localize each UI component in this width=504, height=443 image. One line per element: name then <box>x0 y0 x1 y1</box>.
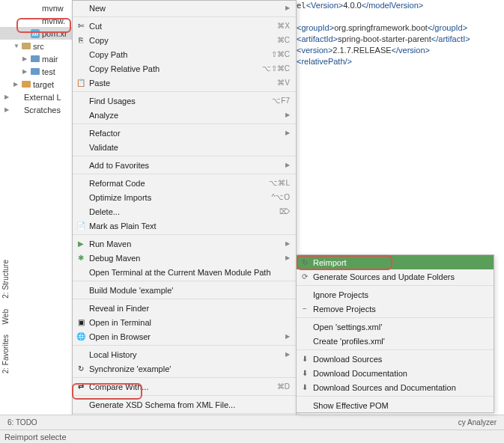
menu-item[interactable]: ✄Cut⌘X <box>73 19 296 33</box>
⎘-icon: ⎘ <box>76 35 86 46</box>
menu-item[interactable]: Refactor▶ <box>73 126 296 140</box>
submenu-item-label: Download Sources <box>313 355 382 364</box>
menu-item[interactable]: Local History▶ <box>73 347 296 361</box>
📋-icon: 📋 <box>76 78 86 88</box>
menu-item-label: Local History <box>89 350 137 359</box>
menu-item[interactable]: Delete...⌦ <box>73 204 296 219</box>
submenu-item[interactable]: −Remove Projects <box>297 302 494 316</box>
↻-icon: ↻ <box>76 364 86 374</box>
tree-item[interactable]: ▶External L <box>0 91 75 103</box>
menu-item-label: Copy Relative Path <box>89 64 160 73</box>
menu-item-label: Open in Terminal <box>89 318 151 327</box>
menu-item[interactable]: Copy Path⇧⌘C <box>73 47 296 61</box>
submenu-item[interactable]: ⬇Download Sources <box>297 352 494 366</box>
menu-item[interactable]: ⇄Compare With...⌘D <box>73 379 296 394</box>
action-icon: ⬇ <box>300 382 310 393</box>
tree-item[interactable]: ▶target <box>0 78 75 91</box>
tree-item[interactable]: mpom.xr <box>0 27 75 40</box>
bottom-tool-tabs: 6: TODO cy Analyzer <box>0 415 504 430</box>
menu-item[interactable]: ▣Open in Terminal <box>73 315 296 329</box>
menu-item[interactable]: ↻Synchronize 'example' <box>73 361 296 376</box>
menu-item[interactable]: Analyze▶ <box>73 108 296 122</box>
menu-item[interactable]: New▶ <box>73 1 296 15</box>
menu-item[interactable]: 🌐Open in Browser▶ <box>73 329 296 343</box>
menu-item[interactable]: Copy Relative Path⌥⇧⌘C <box>73 61 296 76</box>
submenu-item[interactable]: Open 'settings.xml' <box>297 320 494 334</box>
tree-item-label: pom.xr <box>42 29 67 38</box>
menu-item[interactable]: Open Terminal at the Current Maven Modul… <box>73 265 296 279</box>
menu-item-label: Find Usages <box>89 97 136 106</box>
menu-item-label: Add to Favorites <box>89 161 149 170</box>
menu-item[interactable]: 📄Mark as Plain Text <box>73 219 296 233</box>
menu-item-label: Delete... <box>89 207 120 216</box>
▣-icon: ▣ <box>76 317 86 328</box>
menu-item-label: Cut <box>89 22 102 31</box>
menu-item[interactable]: Reformat Code⌥⌘L <box>73 176 296 190</box>
shortcut-label: ⌦ <box>279 207 290 216</box>
tree-item-label: Scratches <box>24 106 61 114</box>
menu-item-label: Open Terminal at the Current Maven Modul… <box>89 268 271 277</box>
submenu-item[interactable]: ↻Reimport <box>297 255 494 269</box>
menu-item[interactable]: 📋Paste⌘V <box>73 76 296 90</box>
submenu-arrow-icon: ▶ <box>285 240 290 247</box>
side-tool-button[interactable]: Web <box>0 304 11 329</box>
menu-item-label: Compare With... <box>89 382 148 391</box>
menu-item[interactable]: Build Module 'example' <box>73 283 296 297</box>
submenu-item[interactable]: ⬇Download Sources and Documentation <box>297 380 494 394</box>
menu-item-label: Paste <box>89 79 110 88</box>
menu-item[interactable]: Add to Favorites▶ <box>73 158 296 172</box>
menu-item-label: Generate XSD Schema from XML File... <box>89 400 235 409</box>
tree-item[interactable]: ▼src <box>0 40 75 52</box>
side-tool-button[interactable]: 2: Structure <box>0 254 11 304</box>
submenu-arrow-icon: ▶ <box>285 254 290 261</box>
tab-todo[interactable]: 6: TODO <box>0 417 45 428</box>
side-tool-button[interactable]: 2: Favorites <box>0 329 11 379</box>
tree-item-label: mvnw. <box>42 16 65 25</box>
shortcut-label: ⌘X <box>277 22 290 30</box>
shortcut-label: ⌥⇧⌘C <box>262 64 290 73</box>
menu-item[interactable]: Reveal in Finder <box>73 301 296 315</box>
menu-item[interactable]: Generate XSD Schema from XML File... <box>73 397 296 412</box>
tree-item[interactable]: mvnw <box>0 1 75 14</box>
submenu-item-label: Create 'profiles.xml' <box>313 337 385 346</box>
tree-item-label: target <box>33 80 54 89</box>
menu-item[interactable]: Optimize Imports^⌥O <box>73 190 296 204</box>
submenu-item[interactable]: Ignore Projects <box>297 287 494 302</box>
run-icon: ▶ <box>76 239 86 249</box>
tree-item[interactable]: mvnw. <box>0 14 75 27</box>
status-bar: Reimport selecte <box>0 430 504 443</box>
submenu-item-label: Show Effective POM <box>313 401 389 410</box>
tree-item-label: src <box>33 42 44 51</box>
tree-item[interactable]: ▶Scratches <box>0 103 75 116</box>
submenu-arrow-icon: ▶ <box>285 4 290 11</box>
menu-item-label: Reveal in Finder <box>89 304 149 313</box>
submenu-item-label: Open 'settings.xml' <box>313 323 382 332</box>
submenu-arrow-icon: ▶ <box>285 333 290 340</box>
menu-item[interactable]: ▶Run Maven▶ <box>73 236 296 251</box>
maven-file-icon: m <box>30 28 40 39</box>
submenu-item[interactable]: Create 'profiles.xml' <box>297 334 494 348</box>
action-icon: ⟳ <box>300 272 310 282</box>
menu-item-label: Debug Maven <box>89 254 141 263</box>
submenu-arrow-icon: ▶ <box>285 129 290 136</box>
submenu-item[interactable]: Show Effective POM <box>297 398 494 412</box>
tree-item[interactable]: ▶mair <box>0 52 75 65</box>
submenu-item[interactable]: ⟳Generate Sources and Update Folders <box>297 269 494 284</box>
tree-item-label: test <box>42 67 55 76</box>
folder-icon <box>21 41 31 52</box>
action-icon: ⬇ <box>300 354 310 364</box>
menu-item[interactable]: Find Usages⌥F7 <box>73 94 296 108</box>
tree-item[interactable]: ▶test <box>0 65 75 78</box>
📄-icon: 📄 <box>76 221 86 231</box>
submenu-arrow-icon: ▶ <box>285 351 290 358</box>
submenu-item[interactable]: ⬇Download Documentation <box>297 366 494 380</box>
tab-dependency-analyzer[interactable]: cy Analyzer <box>451 417 504 428</box>
submenu-arrow-icon: ▶ <box>285 111 290 118</box>
menu-item[interactable]: Validate <box>73 140 296 154</box>
folder-icon <box>30 67 40 77</box>
menu-item[interactable]: ✱Debug Maven▶ <box>73 251 296 265</box>
status-text: Reimport selecte <box>4 433 67 442</box>
menu-item[interactable]: ⎘Copy⌘C <box>73 33 296 47</box>
tree-item-label: mvnw <box>42 4 64 13</box>
refresh-icon: ↻ <box>300 257 310 268</box>
